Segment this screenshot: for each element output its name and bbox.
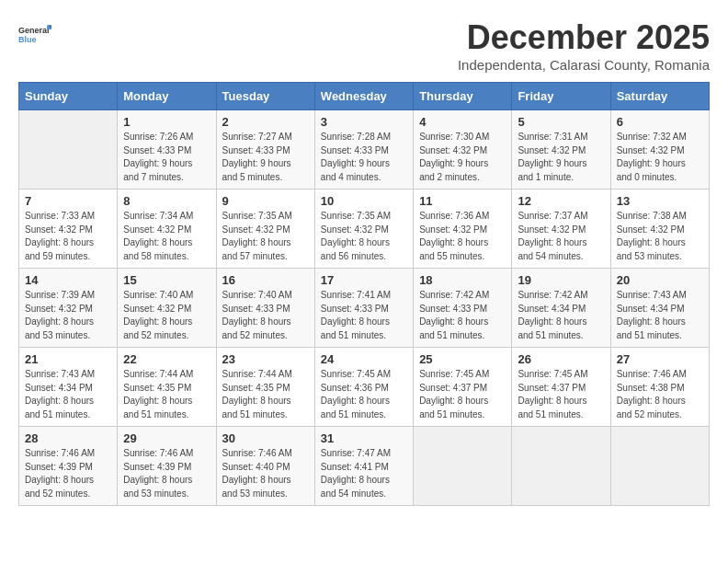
day-number: 10 — [321, 194, 407, 208]
weekday-header-row: SundayMondayTuesdayWednesdayThursdayFrid… — [19, 83, 710, 110]
day-detail: Sunrise: 7:47 AMSunset: 4:41 PMDaylight:… — [321, 447, 407, 500]
day-cell: 31Sunrise: 7:47 AMSunset: 4:41 PMDayligh… — [314, 427, 413, 506]
day-cell: 11Sunrise: 7:36 AMSunset: 4:32 PMDayligh… — [414, 190, 512, 269]
day-detail: Sunrise: 7:32 AMSunset: 4:32 PMDaylight:… — [617, 131, 703, 184]
day-number: 15 — [123, 273, 210, 287]
day-cell: 21Sunrise: 7:43 AMSunset: 4:34 PMDayligh… — [19, 348, 118, 427]
week-row-2: 7Sunrise: 7:33 AMSunset: 4:32 PMDaylight… — [19, 190, 710, 269]
day-number: 31 — [321, 431, 407, 445]
day-cell: 25Sunrise: 7:45 AMSunset: 4:37 PMDayligh… — [414, 348, 512, 427]
weekday-header-thursday: Thursday — [414, 83, 512, 110]
day-number: 28 — [25, 431, 111, 445]
day-number: 2 — [222, 115, 309, 129]
day-number: 13 — [617, 194, 703, 208]
day-cell: 18Sunrise: 7:42 AMSunset: 4:33 PMDayligh… — [414, 269, 512, 348]
day-detail: Sunrise: 7:45 AMSunset: 4:36 PMDaylight:… — [321, 368, 407, 421]
day-number: 20 — [617, 273, 703, 287]
day-detail: Sunrise: 7:27 AMSunset: 4:33 PMDaylight:… — [222, 131, 309, 184]
day-number: 21 — [25, 352, 111, 366]
day-detail: Sunrise: 7:40 AMSunset: 4:33 PMDaylight:… — [222, 289, 309, 342]
day-detail: Sunrise: 7:33 AMSunset: 4:32 PMDaylight:… — [25, 210, 111, 263]
day-cell: 5Sunrise: 7:31 AMSunset: 4:32 PMDaylight… — [512, 110, 610, 190]
day-number: 24 — [321, 352, 407, 366]
day-detail: Sunrise: 7:35 AMSunset: 4:32 PMDaylight:… — [321, 210, 407, 263]
day-number: 26 — [518, 352, 604, 366]
day-detail: Sunrise: 7:38 AMSunset: 4:32 PMDaylight:… — [617, 210, 703, 263]
day-cell: 16Sunrise: 7:40 AMSunset: 4:33 PMDayligh… — [216, 269, 314, 348]
day-number: 17 — [321, 273, 407, 287]
day-number: 4 — [419, 115, 506, 129]
logo: General Blue — [18, 18, 51, 52]
day-cell: 1Sunrise: 7:26 AMSunset: 4:33 PMDaylight… — [118, 110, 216, 190]
day-detail: Sunrise: 7:42 AMSunset: 4:34 PMDaylight:… — [518, 289, 604, 342]
day-cell: 14Sunrise: 7:39 AMSunset: 4:32 PMDayligh… — [19, 269, 118, 348]
day-number: 3 — [321, 115, 407, 129]
day-number: 14 — [25, 273, 111, 287]
svg-text:Blue: Blue — [18, 35, 37, 44]
day-number: 19 — [518, 273, 604, 287]
day-cell: 15Sunrise: 7:40 AMSunset: 4:32 PMDayligh… — [118, 269, 216, 348]
day-detail: Sunrise: 7:43 AMSunset: 4:34 PMDaylight:… — [25, 368, 111, 421]
title-section: December 2025 Independenta, Calarasi Cou… — [458, 18, 710, 73]
day-cell: 13Sunrise: 7:38 AMSunset: 4:32 PMDayligh… — [610, 190, 709, 269]
day-cell: 3Sunrise: 7:28 AMSunset: 4:33 PMDaylight… — [314, 110, 413, 190]
day-cell: 17Sunrise: 7:41 AMSunset: 4:33 PMDayligh… — [314, 269, 413, 348]
page-header: General Blue December 2025 Independenta,… — [18, 18, 710, 73]
day-cell — [512, 427, 610, 506]
day-detail: Sunrise: 7:30 AMSunset: 4:32 PMDaylight:… — [419, 131, 506, 184]
day-detail: Sunrise: 7:35 AMSunset: 4:32 PMDaylight:… — [222, 210, 309, 263]
day-number: 22 — [123, 352, 210, 366]
day-number: 5 — [518, 115, 604, 129]
day-number: 11 — [419, 194, 506, 208]
calendar-table: SundayMondayTuesdayWednesdayThursdayFrid… — [18, 82, 710, 506]
day-detail: Sunrise: 7:37 AMSunset: 4:32 PMDaylight:… — [518, 210, 604, 263]
day-detail: Sunrise: 7:31 AMSunset: 4:32 PMDaylight:… — [518, 131, 604, 184]
day-cell: 26Sunrise: 7:45 AMSunset: 4:37 PMDayligh… — [512, 348, 610, 427]
day-cell: 6Sunrise: 7:32 AMSunset: 4:32 PMDaylight… — [610, 110, 709, 190]
day-cell: 24Sunrise: 7:45 AMSunset: 4:36 PMDayligh… — [314, 348, 413, 427]
day-detail: Sunrise: 7:45 AMSunset: 4:37 PMDaylight:… — [518, 368, 604, 421]
day-cell: 12Sunrise: 7:37 AMSunset: 4:32 PMDayligh… — [512, 190, 610, 269]
day-cell: 9Sunrise: 7:35 AMSunset: 4:32 PMDaylight… — [216, 190, 314, 269]
day-number: 7 — [25, 194, 111, 208]
week-row-5: 28Sunrise: 7:46 AMSunset: 4:39 PMDayligh… — [19, 427, 710, 506]
day-number: 16 — [222, 273, 309, 287]
day-cell: 29Sunrise: 7:46 AMSunset: 4:39 PMDayligh… — [118, 427, 216, 506]
day-detail: Sunrise: 7:46 AMSunset: 4:38 PMDaylight:… — [617, 368, 703, 421]
day-detail: Sunrise: 7:45 AMSunset: 4:37 PMDaylight:… — [419, 368, 506, 421]
day-cell — [414, 427, 512, 506]
day-number: 25 — [419, 352, 506, 366]
location-subtitle: Independenta, Calarasi County, Romania — [458, 57, 710, 73]
weekday-header-friday: Friday — [512, 83, 610, 110]
month-title: December 2025 — [458, 18, 710, 57]
week-row-4: 21Sunrise: 7:43 AMSunset: 4:34 PMDayligh… — [19, 348, 710, 427]
day-detail: Sunrise: 7:41 AMSunset: 4:33 PMDaylight:… — [321, 289, 407, 342]
day-detail: Sunrise: 7:26 AMSunset: 4:33 PMDaylight:… — [123, 131, 210, 184]
day-number: 23 — [222, 352, 309, 366]
day-cell: 19Sunrise: 7:42 AMSunset: 4:34 PMDayligh… — [512, 269, 610, 348]
day-number: 9 — [222, 194, 309, 208]
day-detail: Sunrise: 7:44 AMSunset: 4:35 PMDaylight:… — [123, 368, 210, 421]
day-detail: Sunrise: 7:40 AMSunset: 4:32 PMDaylight:… — [123, 289, 210, 342]
day-detail: Sunrise: 7:44 AMSunset: 4:35 PMDaylight:… — [222, 368, 309, 421]
day-detail: Sunrise: 7:46 AMSunset: 4:39 PMDaylight:… — [25, 447, 111, 500]
day-detail: Sunrise: 7:43 AMSunset: 4:34 PMDaylight:… — [617, 289, 703, 342]
day-detail: Sunrise: 7:46 AMSunset: 4:40 PMDaylight:… — [222, 447, 309, 500]
day-cell: 7Sunrise: 7:33 AMSunset: 4:32 PMDaylight… — [19, 190, 118, 269]
svg-text:General: General — [18, 26, 50, 35]
day-detail: Sunrise: 7:42 AMSunset: 4:33 PMDaylight:… — [419, 289, 506, 342]
week-row-1: 1Sunrise: 7:26 AMSunset: 4:33 PMDaylight… — [19, 110, 710, 190]
weekday-header-tuesday: Tuesday — [216, 83, 314, 110]
weekday-header-monday: Monday — [118, 83, 216, 110]
day-cell: 27Sunrise: 7:46 AMSunset: 4:38 PMDayligh… — [610, 348, 709, 427]
day-detail: Sunrise: 7:28 AMSunset: 4:33 PMDaylight:… — [321, 131, 407, 184]
day-detail: Sunrise: 7:34 AMSunset: 4:32 PMDaylight:… — [123, 210, 210, 263]
day-detail: Sunrise: 7:39 AMSunset: 4:32 PMDaylight:… — [25, 289, 111, 342]
day-number: 29 — [123, 431, 210, 445]
day-cell: 28Sunrise: 7:46 AMSunset: 4:39 PMDayligh… — [19, 427, 118, 506]
day-cell: 2Sunrise: 7:27 AMSunset: 4:33 PMDaylight… — [216, 110, 314, 190]
day-cell: 22Sunrise: 7:44 AMSunset: 4:35 PMDayligh… — [118, 348, 216, 427]
day-cell: 23Sunrise: 7:44 AMSunset: 4:35 PMDayligh… — [216, 348, 314, 427]
day-cell: 30Sunrise: 7:46 AMSunset: 4:40 PMDayligh… — [216, 427, 314, 506]
day-cell — [610, 427, 709, 506]
